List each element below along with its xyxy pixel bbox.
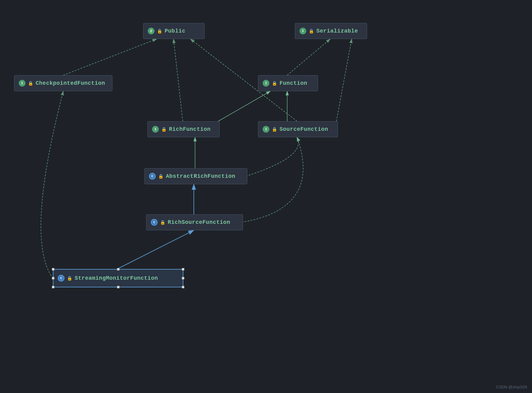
lock-icon-function: 🔒 <box>272 81 277 86</box>
svg-line-3 <box>174 39 183 121</box>
diagram-container: @ 🔒 Public I 🔒 Serializable I 🔒 Checkpoi… <box>0 0 532 393</box>
svg-line-5 <box>63 39 157 75</box>
lock-icon-checkpointed: 🔒 <box>28 81 33 86</box>
svg-line-8 <box>287 39 330 75</box>
svg-line-9 <box>336 39 352 121</box>
svg-line-12 <box>117 230 194 269</box>
node-label-rich-source: RichSourceFunction <box>168 219 230 225</box>
lock-icon-serializable: 🔒 <box>309 29 314 34</box>
node-source-function[interactable]: I 🔒 SourceFunction <box>258 121 338 137</box>
node-label-serializable: Serializable <box>316 28 358 34</box>
lock-icon-rich-function: 🔒 <box>161 127 166 132</box>
handle-mr[interactable] <box>182 277 184 279</box>
arrows-svg <box>0 0 532 393</box>
node-label-rich-function: RichFunction <box>169 126 211 132</box>
handle-tl[interactable] <box>52 268 54 270</box>
badge-c-rich-source: C <box>151 219 158 226</box>
lock-icon-abstract: 🔒 <box>158 174 163 179</box>
watermark: CSDN @zhiyi329 <box>496 385 527 389</box>
lock-icon-streaming: 🔒 <box>67 276 72 281</box>
node-label-public: Public <box>165 28 186 34</box>
badge-c-streaming: C <box>58 275 65 282</box>
badge-i-serializable: I <box>299 28 306 34</box>
handle-bl[interactable] <box>52 286 54 288</box>
handle-br[interactable] <box>182 286 184 288</box>
node-rich-source-function[interactable]: C 🔒 RichSourceFunction <box>146 214 243 230</box>
lock-icon-source-function: 🔒 <box>272 127 277 132</box>
badge-i-checkpointed: I <box>19 80 25 87</box>
handle-tm[interactable] <box>117 268 119 270</box>
node-public[interactable]: @ 🔒 Public <box>143 23 205 39</box>
node-label-streaming: StreamingMonitorFunction <box>75 275 158 281</box>
lock-icon-public: 🔒 <box>157 29 162 34</box>
handle-bm[interactable] <box>117 286 119 288</box>
node-function[interactable]: I 🔒 Function <box>258 75 318 91</box>
badge-i-function: I <box>263 80 269 87</box>
node-streaming-monitor-function[interactable]: C 🔒 StreamingMonitorFunction <box>53 269 183 287</box>
node-checkpointed-function[interactable]: I 🔒 CheckpointedFunction <box>14 75 112 91</box>
node-label-abstract: AbstractRichFunction <box>166 173 235 179</box>
node-rich-function[interactable]: I 🔒 RichFunction <box>147 121 220 137</box>
node-abstract-rich-function[interactable]: C 🔒 AbstractRichFunction <box>144 168 247 184</box>
badge-i-rich-function: I <box>152 126 159 133</box>
badge-c-abstract: C <box>149 173 156 180</box>
lock-icon-rich-source: 🔒 <box>160 220 165 225</box>
node-label-source-function: SourceFunction <box>280 126 328 132</box>
node-label-function: Function <box>280 80 307 86</box>
badge-i-source-function: I <box>263 126 269 133</box>
badge-at: @ <box>148 28 155 34</box>
svg-line-6 <box>218 91 270 121</box>
handle-ml[interactable] <box>52 277 54 279</box>
node-label-checkpointed: CheckpointedFunction <box>36 80 105 86</box>
node-serializable[interactable]: I 🔒 Serializable <box>295 23 367 39</box>
handle-tr[interactable] <box>182 268 184 270</box>
